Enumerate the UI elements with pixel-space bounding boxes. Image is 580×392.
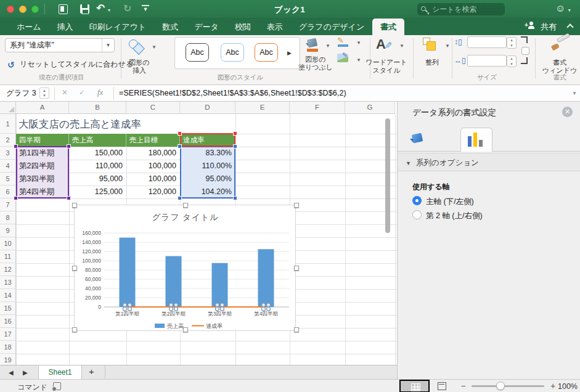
toolbar-options-icon[interactable]: ▼ xyxy=(142,5,149,12)
chart-canvas[interactable]: グラフ タイトル020,00040,00060,00080,000100,000… xyxy=(75,205,295,330)
name-box-stepper[interactable]: ▲▼ xyxy=(39,88,49,99)
formula-input[interactable]: =SERIES(Sheet1!$D$2,Sheet1!$A$3:$A$6,She… xyxy=(119,89,346,97)
row-header-16[interactable]: 16 xyxy=(0,315,16,328)
radio-primary-axis[interactable] xyxy=(412,196,422,205)
tab-2[interactable]: 印刷レイアウト xyxy=(81,18,155,35)
search-dropdown-icon[interactable]: ▾ xyxy=(427,7,430,20)
tab-7[interactable]: グラフのデザイン xyxy=(291,18,372,35)
normal-view-button[interactable] xyxy=(399,380,430,392)
radio-secondary-axis[interactable] xyxy=(412,210,422,219)
redo-icon[interactable]: ↻ xyxy=(123,2,131,14)
row-header-15[interactable]: 15 xyxy=(0,302,16,315)
search-input[interactable]: ▾ シートを検索 xyxy=(417,3,505,15)
chart-resize-handle[interactable] xyxy=(183,327,188,332)
tab-0[interactable]: ホーム xyxy=(9,18,49,35)
cell-a1-title[interactable]: 大阪支店の売上高と達成率 xyxy=(18,114,141,134)
insert-shapes-dropdown-icon[interactable]: ▼ xyxy=(152,44,157,50)
tab-3[interactable]: 数式 xyxy=(154,18,186,35)
undo-icon[interactable]: ↶ ▾ xyxy=(96,2,110,15)
row-header-3[interactable]: 3 xyxy=(0,147,16,160)
data-cell-r3c2[interactable]: 180,000 xyxy=(126,147,180,160)
chart-resize-handle[interactable] xyxy=(72,203,77,208)
new-workbook-icon[interactable] xyxy=(59,4,68,14)
wordart-dropdown-icon[interactable]: ▼ xyxy=(399,43,404,49)
shape-fill-icon[interactable] xyxy=(306,38,321,51)
zoom-out-icon[interactable]: − xyxy=(461,382,466,391)
zoom-in-icon[interactable]: + xyxy=(550,381,555,391)
insert-shapes-icon[interactable] xyxy=(128,39,149,57)
chart-resize-handle[interactable] xyxy=(72,266,77,271)
height-stepper[interactable]: ▲▼ xyxy=(507,37,517,49)
collapse-triangle-icon[interactable]: ▼ xyxy=(406,160,411,166)
row-header-9[interactable]: 9 xyxy=(0,224,16,237)
shape-style-2[interactable]: Abc xyxy=(221,43,244,62)
chart-resize-handle[interactable] xyxy=(294,327,299,332)
row-header-5[interactable]: 5 xyxy=(0,173,16,186)
next-sheet-icon[interactable]: ▶ xyxy=(23,369,28,376)
enter-icon[interactable]: ✓ xyxy=(79,88,85,97)
column-header-C[interactable]: C xyxy=(126,102,180,114)
data-cell-r4c1[interactable]: 110,000 xyxy=(69,160,126,173)
formula-bar-expand-icon[interactable]: ▼ xyxy=(572,91,577,96)
column-header-G[interactable]: G xyxy=(345,102,395,114)
tab-4[interactable]: データ xyxy=(186,18,227,35)
feedback-smiley-icon[interactable]: ☺ ▾ xyxy=(555,3,571,14)
wordart-styles-icon[interactable]: A xyxy=(376,36,398,54)
shape-outline-dropdown-icon[interactable]: ▼ xyxy=(356,40,361,46)
insert-function-icon[interactable]: fx xyxy=(97,88,103,97)
column-header-A[interactable]: A xyxy=(16,102,69,114)
save-icon[interactable] xyxy=(80,4,89,14)
header-cell-0[interactable]: 四半期 xyxy=(16,134,69,147)
pane-close-icon[interactable]: ✕ xyxy=(562,107,573,117)
data-cell-r6c2[interactable]: 120,000 xyxy=(126,186,180,198)
row-header-14[interactable]: 14 xyxy=(0,289,16,302)
row-header-13[interactable]: 13 xyxy=(0,276,16,289)
header-cell-1[interactable]: 売上高 xyxy=(69,134,126,147)
data-cell-r5c1[interactable]: 95,000 xyxy=(69,173,126,186)
shape-effects-dropdown-icon[interactable]: ▼ xyxy=(356,57,361,63)
format-pane-icon[interactable] xyxy=(550,36,571,54)
series-options-section[interactable]: ▼ 系列のオプション xyxy=(398,153,580,171)
select-all-corner[interactable] xyxy=(0,102,16,114)
shape-outline-icon[interactable]: ✎ xyxy=(337,36,351,47)
row-header-1[interactable]: 1 xyxy=(0,114,16,134)
name-box[interactable]: グラフ 3 xyxy=(6,88,36,99)
add-sheet-icon[interactable]: + xyxy=(89,366,94,377)
chart[interactable]: グラフ タイトル020,00040,00060,00080,000100,000… xyxy=(74,205,296,331)
column-header-B[interactable]: B xyxy=(69,102,126,114)
undo-dropdown-icon[interactable]: ▾ xyxy=(108,7,110,13)
chart-element-select-arrow[interactable]: ▼ xyxy=(102,39,114,52)
tab-6[interactable]: 表示 xyxy=(259,18,291,35)
column-header-D[interactable]: D xyxy=(180,102,235,114)
zoom-window-button[interactable] xyxy=(31,6,39,13)
zoom-slider-track[interactable] xyxy=(472,385,544,387)
style-gallery-more-icon[interactable]: ▶ xyxy=(287,50,292,56)
height-input[interactable]: ▲▼ xyxy=(467,36,507,48)
chart-resize-handle[interactable] xyxy=(294,203,299,208)
reset-style-button[interactable]: リセットしてスタイルに合わせる xyxy=(20,59,133,70)
lock-aspect-checkbox[interactable] xyxy=(521,47,529,55)
width-input[interactable]: ▲▼ xyxy=(467,55,507,67)
chart-resize-handle[interactable] xyxy=(183,203,188,208)
arrange-dropdown-icon[interactable]: ▼ xyxy=(445,43,450,49)
row-header-18[interactable]: 18 xyxy=(0,341,16,354)
share-button[interactable]: + 共有 xyxy=(541,22,557,33)
tab-1[interactable]: 挿入 xyxy=(49,18,81,35)
row-header-7[interactable]: 7 xyxy=(0,198,16,211)
sheet-tab-sheet1[interactable]: Sheet1 xyxy=(38,365,82,380)
tab-chart-options-icon[interactable] xyxy=(468,133,485,147)
data-cell-r4c2[interactable]: 100,000 xyxy=(126,160,180,173)
vertical-scrollbar[interactable] xyxy=(385,118,390,233)
close-window-button[interactable] xyxy=(7,6,14,13)
shape-effects-icon[interactable] xyxy=(337,54,348,62)
tab-8[interactable]: 書式 xyxy=(372,18,404,35)
worksheet-grid[interactable]: ABCDEFG1234567891011121314151617181920大阪… xyxy=(0,102,397,365)
row-header-17[interactable]: 17 xyxy=(0,328,16,341)
row-header-12[interactable]: 12 xyxy=(0,263,16,276)
tab-5[interactable]: 校閲 xyxy=(227,18,259,35)
chart-element-select[interactable]: 系列 "達成率" ▼ xyxy=(5,38,115,52)
minimize-window-button[interactable] xyxy=(19,6,27,13)
arrange-icon[interactable] xyxy=(423,38,441,54)
shape-fill-dropdown-icon[interactable]: ▼ xyxy=(325,43,330,49)
tab-fill-icon[interactable] xyxy=(410,133,426,146)
